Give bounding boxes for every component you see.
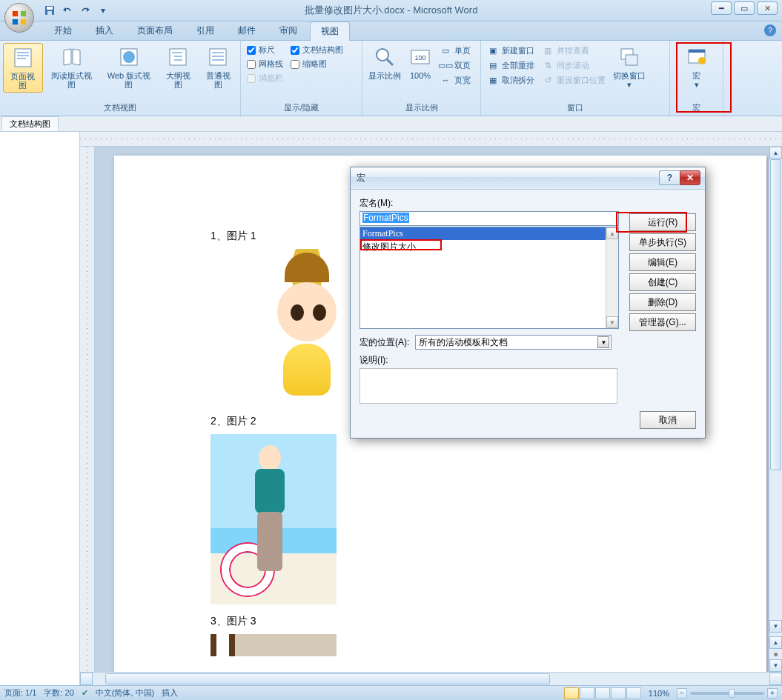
reading-view[interactable]: 阅读版式视图 <box>44 43 99 91</box>
split[interactable]: ▦取消拆分 <box>484 73 537 87</box>
horizontal-scrollbar[interactable] <box>80 672 782 685</box>
split-icon: ▦ <box>487 74 499 86</box>
status-zoom-pct[interactable]: 110% <box>649 689 669 698</box>
msgbar-checkbox[interactable]: 消息栏 <box>244 71 286 85</box>
create-button[interactable]: 创建(C) <box>629 273 696 291</box>
next-page[interactable]: ▼ <box>769 659 782 672</box>
page-width[interactable]: ↔页宽 <box>437 73 474 87</box>
image-2[interactable] <box>211 434 337 604</box>
close-button[interactable]: ✕ <box>757 1 778 15</box>
run-button[interactable]: 运行(R) <box>629 213 696 231</box>
help-button[interactable]: ? <box>764 24 776 36</box>
organizer-button[interactable]: 管理器(G)... <box>629 313 696 331</box>
side-by-side: ▥并排查看 <box>539 43 609 58</box>
zoom-100[interactable]: 100 100% <box>405 43 435 82</box>
draft-view[interactable]: 普通视图 <box>199 43 237 91</box>
statusview-draft[interactable] <box>626 687 641 699</box>
two-pages[interactable]: ▭▭双页 <box>437 58 474 73</box>
gridlines-checkbox[interactable]: 网格线 <box>244 57 286 71</box>
statusview-print[interactable] <box>564 687 579 699</box>
qat-redo[interactable] <box>77 2 93 19</box>
tab-view[interactable]: 视图 <box>310 21 350 41</box>
twopage-icon: ▭▭ <box>440 59 451 71</box>
tab-pagelayout[interactable]: 页面布局 <box>126 21 184 40</box>
step-into-button[interactable]: 单步执行(S) <box>629 233 696 251</box>
svg-point-21 <box>377 49 388 61</box>
window-title: 批量修改图片大小.docx - Microsoft Word <box>0 4 782 17</box>
zoom-button[interactable]: 显示比例 <box>365 43 404 82</box>
tab-insert[interactable]: 插入 <box>85 21 125 40</box>
macro-location-combo[interactable]: 所有的活动模板和文档 ▼ <box>415 335 612 350</box>
statusview-outline[interactable] <box>611 687 626 699</box>
macro-desc-label: 说明(I): <box>359 354 696 367</box>
newwin-icon: ▣ <box>487 44 499 56</box>
tab-mailings[interactable]: 邮件 <box>227 21 267 40</box>
maximize-button[interactable]: ▭ <box>734 1 755 15</box>
pagewidth-icon: ↔ <box>440 74 451 86</box>
macro-list[interactable]: FormatPics 修改图片大小 ▲▼ <box>359 227 619 329</box>
macro-name-input[interactable]: FormatPics <box>359 211 619 226</box>
status-page[interactable]: 页面: 1/1 <box>4 687 36 699</box>
scroll-up[interactable]: ▲ <box>769 147 782 159</box>
svg-text:100: 100 <box>414 54 425 61</box>
macro-list-item[interactable]: 修改图片大小 <box>360 240 618 254</box>
zoom-out[interactable]: − <box>677 688 687 699</box>
statusview-reading[interactable] <box>580 687 594 699</box>
vertical-ruler[interactable] <box>80 147 95 672</box>
macro-list-item[interactable]: FormatPics <box>360 227 618 240</box>
switch-windows[interactable]: 切换窗口▾ <box>610 43 649 91</box>
new-window[interactable]: ▣新建窗口 <box>484 43 537 58</box>
arrange-all[interactable]: ▤全部重排 <box>484 58 537 73</box>
svg-rect-15 <box>174 56 182 57</box>
ruler-checkbox[interactable]: 标尺 <box>244 43 286 57</box>
qat-undo[interactable] <box>59 2 76 19</box>
delete-button[interactable]: 删除(D) <box>629 293 696 311</box>
macro-dialog: 宏 ? ✕ 宏名(M): FormatPics FormatPics 修改图片大… <box>350 167 706 439</box>
prev-page[interactable]: ▲ <box>769 636 782 649</box>
navpane-tab[interactable]: 文档结构图 <box>1 116 59 131</box>
status-language[interactable]: 中文(简体, 中国) <box>96 687 154 699</box>
tab-references[interactable]: 引用 <box>185 21 225 40</box>
dialog-close[interactable]: ✕ <box>680 170 700 185</box>
qat-save[interactable] <box>42 2 58 19</box>
scroll-down[interactable]: ▼ <box>769 620 782 633</box>
vertical-scrollbar[interactable]: ▲ ▼ ▲ ● ▼ <box>769 147 782 672</box>
svg-rect-16 <box>174 59 182 61</box>
svg-rect-6 <box>47 11 52 15</box>
tab-review[interactable]: 审阅 <box>268 21 308 40</box>
status-proofing-icon[interactable]: ✔ <box>82 688 88 698</box>
arrange-icon: ▤ <box>487 59 499 71</box>
hscroll-thumb[interactable] <box>105 673 550 684</box>
outline-view[interactable]: 大纲视图 <box>159 43 197 91</box>
minimize-button[interactable]: ━ <box>711 1 732 15</box>
group-label-views: 文档视图 <box>3 101 237 116</box>
macros-button[interactable]: 宏▾ <box>682 43 712 91</box>
status-mode[interactable]: 插入 <box>162 687 178 699</box>
statusview-web[interactable] <box>595 687 610 699</box>
tab-home[interactable]: 开始 <box>43 21 83 40</box>
dialog-titlebar[interactable]: 宏 ? ✕ <box>351 167 705 190</box>
scroll-thumb[interactable] <box>770 159 781 470</box>
status-words[interactable]: 字数: 20 <box>44 687 73 699</box>
combo-dropdown-icon[interactable]: ▼ <box>597 336 609 348</box>
browse-object[interactable]: ● <box>769 649 782 659</box>
dialog-help[interactable]: ? <box>659 170 680 185</box>
zoom-slider[interactable] <box>690 692 764 695</box>
cancel-button[interactable]: 取消 <box>640 411 696 429</box>
docmap-checkbox[interactable]: 文档结构图 <box>288 43 346 57</box>
one-page[interactable]: ▭单页 <box>437 43 474 58</box>
print-layout-view[interactable]: 页面视图 <box>3 43 43 93</box>
sync-scroll: ⇅同步滚动 <box>539 58 609 73</box>
image-3[interactable] <box>211 634 337 656</box>
web-layout-view[interactable]: Web 版式视图 <box>100 43 157 91</box>
globe-icon <box>117 45 141 69</box>
document-map-pane[interactable] <box>0 132 80 685</box>
qat-customize[interactable]: ▾ <box>95 2 111 19</box>
group-label-macros: 宏 <box>673 101 720 116</box>
horizontal-ruler[interactable] <box>80 132 782 147</box>
thumbnails-checkbox[interactable]: 缩略图 <box>288 57 346 71</box>
office-button[interactable] <box>4 3 37 36</box>
zoom-in[interactable]: + <box>767 688 778 699</box>
edit-button[interactable]: 编辑(E) <box>629 253 696 271</box>
image-1[interactable] <box>248 249 366 404</box>
